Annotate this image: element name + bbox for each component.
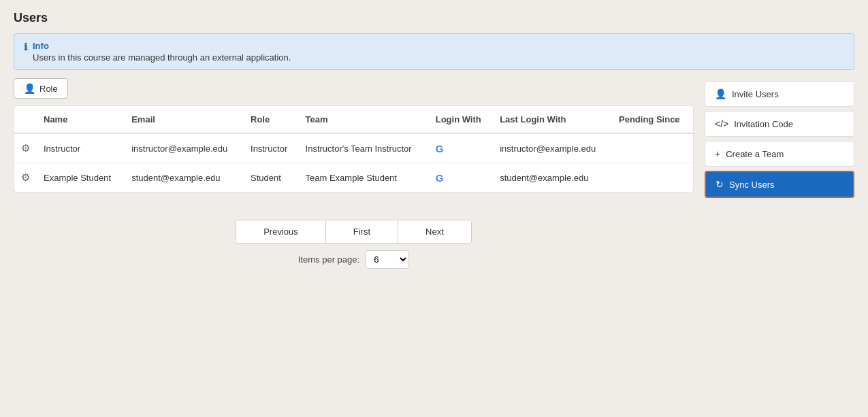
google-icon: G bbox=[436, 172, 444, 184]
user-login-with: G bbox=[429, 133, 493, 163]
invite-users-icon: 👤 bbox=[715, 88, 726, 99]
users-table-container: Name Email Role Team Login With Last Log… bbox=[14, 105, 694, 193]
items-per-page-label: Items per page: bbox=[298, 254, 359, 265]
table-row: ⚙ Instructor instructor@example.edu Inst… bbox=[14, 133, 693, 163]
col-team: Team bbox=[299, 106, 429, 133]
col-pending-since: Pending Since bbox=[612, 106, 693, 133]
info-banner-message: Users in this course are managed through… bbox=[33, 52, 291, 63]
col-login-with: Login With bbox=[429, 106, 493, 133]
user-email: instructor@example.edu bbox=[125, 133, 244, 163]
user-pending-since bbox=[612, 133, 693, 163]
create-team-icon: + bbox=[715, 148, 720, 159]
col-name: Name bbox=[37, 106, 125, 133]
info-banner: ℹ Info Users in this course are managed … bbox=[14, 33, 854, 70]
table-row: ⚙ Example Student student@example.edu St… bbox=[14, 163, 693, 193]
col-email: Email bbox=[125, 106, 244, 133]
items-per-page-container: Items per page: 6 10 25 50 bbox=[298, 250, 409, 269]
gear-cell[interactable]: ⚙ bbox=[14, 163, 37, 193]
invite-users-label: Invite Users bbox=[732, 89, 779, 99]
info-icon: ℹ bbox=[24, 41, 27, 52]
col-role: Role bbox=[244, 106, 299, 133]
info-banner-label: Info bbox=[33, 41, 291, 51]
items-per-page-select[interactable]: 6 10 25 50 bbox=[365, 250, 409, 269]
col-gear bbox=[14, 106, 37, 133]
person-icon: 👤 bbox=[24, 83, 35, 94]
user-pending-since bbox=[612, 163, 693, 193]
user-role: Student bbox=[244, 163, 299, 193]
create-team-label: Create a Team bbox=[726, 149, 784, 159]
table-header-row: Name Email Role Team Login With Last Log… bbox=[14, 106, 693, 133]
gear-icon[interactable]: ⚙ bbox=[21, 171, 30, 183]
col-last-login-with: Last Login With bbox=[493, 106, 612, 133]
users-table: Name Email Role Team Login With Last Log… bbox=[14, 106, 693, 192]
pagination-area: Previous First Next Items per page: 6 10… bbox=[14, 199, 694, 282]
first-button[interactable]: First bbox=[326, 220, 398, 243]
user-email: student@example.edu bbox=[125, 163, 244, 193]
user-login-with: G bbox=[429, 163, 493, 193]
invitation-code-icon: </> bbox=[715, 118, 728, 129]
invite-users-button[interactable]: 👤 Invite Users bbox=[705, 81, 854, 107]
sync-users-icon: ↻ bbox=[716, 179, 724, 190]
sync-users-label: Sync Users bbox=[729, 180, 774, 190]
user-name: Example Student bbox=[37, 163, 125, 193]
previous-button[interactable]: Previous bbox=[236, 220, 326, 243]
sync-users-button[interactable]: ↻ Sync Users bbox=[705, 171, 854, 198]
filter-bar: 👤 Role bbox=[14, 78, 694, 99]
pagination-buttons: Previous First Next bbox=[236, 220, 472, 244]
create-team-button[interactable]: + Create a Team bbox=[705, 141, 854, 167]
invitation-code-button[interactable]: </> Invitation Code bbox=[705, 111, 854, 137]
role-button-label: Role bbox=[39, 84, 58, 94]
invitation-code-label: Invitation Code bbox=[734, 119, 793, 129]
right-sidebar: 👤 Invite Users </> Invitation Code + Cre… bbox=[705, 78, 854, 198]
user-role: Instructor bbox=[244, 133, 299, 163]
user-name: Instructor bbox=[37, 133, 125, 163]
user-last-login-with: instructor@example.edu bbox=[493, 133, 612, 163]
gear-cell[interactable]: ⚙ bbox=[14, 133, 37, 163]
user-team: Instructor's Team Instructor bbox=[299, 133, 429, 163]
role-filter-button[interactable]: 👤 Role bbox=[14, 78, 68, 99]
user-team: Team Example Student bbox=[299, 163, 429, 193]
user-last-login-with: student@example.edu bbox=[493, 163, 612, 193]
page-title: Users bbox=[14, 11, 854, 25]
google-icon: G bbox=[436, 143, 444, 154]
gear-icon[interactable]: ⚙ bbox=[21, 142, 30, 154]
next-button[interactable]: Next bbox=[398, 220, 471, 243]
